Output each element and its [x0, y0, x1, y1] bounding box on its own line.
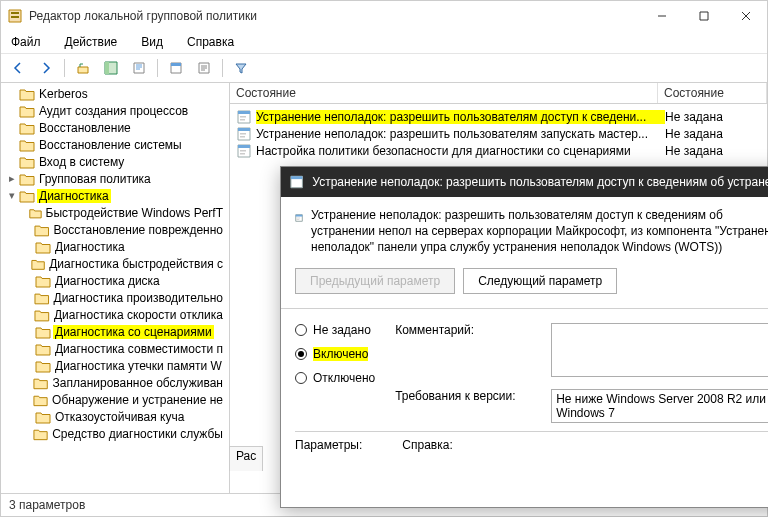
tree-item[interactable]: Диагностика скорости отклика — [1, 306, 229, 323]
close-button[interactable] — [725, 1, 767, 31]
svg-rect-14 — [240, 119, 245, 121]
tree-item[interactable]: Диагностика диска — [1, 272, 229, 289]
comment-field[interactable] — [551, 323, 768, 377]
up-button[interactable] — [70, 56, 96, 80]
list-row[interactable]: Устранение неполадок: разрешить пользова… — [230, 125, 767, 142]
svg-rect-24 — [291, 176, 302, 179]
col-header-name[interactable]: Состояние — [230, 83, 658, 103]
tab-extended[interactable]: Рас — [229, 446, 263, 471]
tree-item-label: Средство диагностики службы — [50, 427, 225, 441]
svg-rect-26 — [296, 215, 303, 217]
tree-item-label: Обнаружение и устранение не — [50, 393, 225, 407]
tree-item[interactable]: ▾Диагностика — [1, 187, 229, 204]
dialog-titlebar[interactable]: Устранение неполадок: разрешить пользова… — [281, 167, 768, 197]
svg-rect-22 — [240, 153, 245, 155]
svg-rect-18 — [240, 136, 245, 138]
tree-item[interactable]: Вход в систему — [1, 153, 229, 170]
list-row-state: Не задана — [665, 127, 761, 141]
menu-view[interactable]: Вид — [137, 35, 167, 49]
window-title: Редактор локальной групповой политики — [29, 9, 257, 23]
radio-enabled-label: Включено — [313, 347, 368, 361]
tree-twisty[interactable]: ▾ — [5, 189, 19, 202]
list-row[interactable]: Устранение неполадок: разрешить пользова… — [230, 108, 767, 125]
svg-rect-6 — [105, 62, 109, 74]
back-button[interactable] — [5, 56, 31, 80]
minimize-button[interactable] — [641, 1, 683, 31]
tree-item[interactable]: Диагностика быстродействия с — [1, 255, 229, 272]
policy-dialog: Устранение неполадок: разрешить пользова… — [280, 166, 768, 508]
tree-item-label: Диагностика быстродействия с — [47, 257, 225, 271]
tree-item[interactable]: Диагностика со сценариями — [1, 323, 229, 340]
menu-file[interactable]: Файл — [7, 35, 45, 49]
menu-action[interactable]: Действие — [61, 35, 122, 49]
menu-help[interactable]: Справка — [183, 35, 238, 49]
col-header-state[interactable]: Состояние — [658, 83, 767, 103]
tree-item-label: Диагностика — [53, 240, 127, 254]
tree-item[interactable]: ▸Групповая политика — [1, 170, 229, 187]
svg-rect-3 — [700, 12, 708, 20]
policy-icon — [289, 174, 304, 190]
radio-not-configured-label: Не задано — [313, 323, 371, 337]
svg-rect-27 — [296, 218, 300, 219]
list-row-state: Не задана — [665, 110, 761, 124]
tree-item[interactable]: Диагностика производительно — [1, 289, 229, 306]
tree-item[interactable]: Диагностика утечки памяти W — [1, 357, 229, 374]
dialog-description: Устранение неполадок: разрешить пользова… — [311, 207, 768, 256]
tree-item[interactable]: Обнаружение и устранение не — [1, 391, 229, 408]
tree-item[interactable]: Быстродействие Windows PerfT — [1, 204, 229, 221]
tree-item-label: Восстановление поврежденно — [51, 223, 225, 237]
tree-item[interactable]: Диагностика — [1, 238, 229, 255]
tree-item-label: Восстановление системы — [37, 138, 184, 152]
tree-item-label: Групповая политика — [37, 172, 153, 186]
tree-twisty[interactable]: ▸ — [5, 172, 19, 185]
tree-item[interactable]: Средство диагностики службы — [1, 425, 229, 442]
tree-item[interactable]: Восстановление — [1, 119, 229, 136]
help-label: Справка: — [402, 438, 452, 452]
radio-not-configured[interactable]: Не задано — [295, 323, 375, 337]
tree-item-label: Диагностика производительно — [52, 291, 226, 305]
tree-item[interactable]: Восстановление поврежденно — [1, 221, 229, 238]
svg-rect-2 — [11, 16, 19, 18]
tree-item[interactable]: Запланированное обслуживан — [1, 374, 229, 391]
settings-list[interactable]: Устранение неполадок: разрешить пользова… — [230, 104, 767, 163]
forward-button[interactable] — [33, 56, 59, 80]
tree-item-label: Аудит создания процессов — [37, 104, 190, 118]
help-button[interactable] — [191, 56, 217, 80]
requirements-label: Требования к версии: — [395, 389, 543, 403]
tree-item-label: Диагностика утечки памяти W — [53, 359, 224, 373]
toolbar — [1, 54, 767, 83]
policy-large-icon — [295, 207, 303, 229]
tree-view[interactable]: KerberosАудит создания процессовВосстано… — [1, 83, 229, 493]
list-row-name: Настройка политики безопасности для диаг… — [256, 144, 665, 158]
tree-item-label: Диагностика скорости отклика — [52, 308, 225, 322]
svg-rect-17 — [240, 133, 246, 135]
titlebar: Редактор локальной групповой политики — [1, 1, 767, 31]
tree-item-label: Диагностика диска — [53, 274, 162, 288]
tree-item[interactable]: Kerberos — [1, 85, 229, 102]
list-row[interactable]: Настройка политики безопасности для диаг… — [230, 142, 767, 159]
radio-disabled-label: Отключено — [313, 371, 375, 385]
maximize-button[interactable] — [683, 1, 725, 31]
tree-item-label: Запланированное обслуживан — [51, 376, 225, 390]
svg-rect-13 — [240, 116, 246, 118]
svg-rect-28 — [296, 219, 299, 220]
tree-item[interactable]: Диагностика совместимости п — [1, 340, 229, 357]
svg-rect-12 — [238, 111, 250, 114]
radio-disabled[interactable]: Отключено — [295, 371, 375, 385]
radio-enabled[interactable]: Включено — [295, 347, 375, 361]
tree-item[interactable]: Аудит создания процессов — [1, 102, 229, 119]
tree-item-label: Диагностика совместимости п — [53, 342, 225, 356]
filter-button[interactable] — [228, 56, 254, 80]
tree-item[interactable]: Отказоустойчивая куча — [1, 408, 229, 425]
export-button[interactable] — [126, 56, 152, 80]
svg-rect-20 — [238, 145, 250, 148]
tree-item[interactable]: Восстановление системы — [1, 136, 229, 153]
tree-item-label: Отказоустойчивая куча — [53, 410, 186, 424]
svg-rect-4 — [78, 67, 88, 73]
tree-item-label: Диагностика со сценариями — [53, 325, 214, 339]
properties-button[interactable] — [163, 56, 189, 80]
tree-item-label: Быстродействие Windows PerfT — [44, 206, 225, 220]
tree-item-label: Диагностика — [37, 189, 111, 203]
next-setting-button[interactable]: Следующий параметр — [463, 268, 617, 294]
show-tree-button[interactable] — [98, 56, 124, 80]
